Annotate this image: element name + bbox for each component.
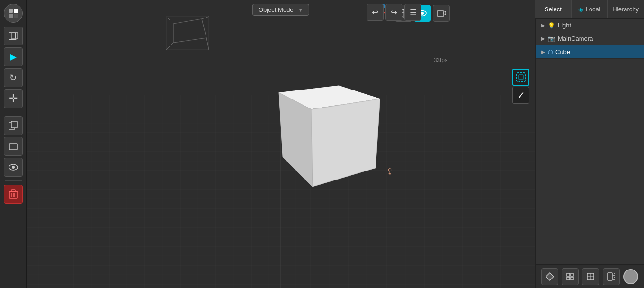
- box-button[interactable]: [4, 27, 23, 45]
- svg-line-76: [206, 38, 209, 50]
- bottom-icon-5[interactable]: [623, 269, 638, 284]
- fps-counter: 33fps: [434, 57, 447, 63]
- camera-arrow: ▶: [541, 36, 545, 41]
- camera-wireframe: [164, 14, 221, 57]
- main-viewport[interactable]: Object Mode ▼: [27, 0, 535, 288]
- svg-line-8: [16, 39, 18, 39]
- svg-rect-2: [9, 14, 13, 18]
- hierarchy-item-camera[interactable]: ▶ 📷 MainCamera: [536, 32, 644, 45]
- move-button[interactable]: ✛: [4, 89, 23, 108]
- light-arrow: ▶: [541, 23, 545, 28]
- svg-rect-10: [11, 121, 17, 128]
- select-bar: Select ◈ Local Hierarchy: [535, 0, 644, 19]
- logo-button[interactable]: [4, 4, 23, 23]
- svg-rect-105: [608, 273, 612, 280]
- svg-rect-101: [571, 277, 573, 280]
- svg-rect-11: [9, 144, 17, 150]
- grid: [27, 0, 535, 288]
- light-label: Light: [558, 22, 571, 29]
- light-icon: 💡: [548, 22, 555, 29]
- local-label: Local: [585, 6, 600, 13]
- right-panel: Select ◈ Local Hierarchy ▶ 💡 Light ▶ 📷 M…: [535, 0, 644, 288]
- hierarchy-item-light[interactable]: ▶ 💡 Light: [536, 19, 644, 32]
- svg-rect-100: [567, 277, 570, 280]
- svg-rect-99: [571, 273, 573, 276]
- svg-point-77: [388, 169, 391, 171]
- rect-button[interactable]: [4, 137, 23, 156]
- svg-marker-67: [173, 19, 206, 43]
- copy-button[interactable]: [4, 116, 23, 135]
- bottom-icon-1[interactable]: [541, 268, 558, 285]
- svg-rect-5: [11, 33, 18, 39]
- svg-rect-0: [9, 9, 13, 13]
- selection-box-icon[interactable]: [512, 69, 529, 86]
- refresh-button[interactable]: ↻: [4, 68, 23, 87]
- cube-arrow: ▶: [541, 49, 545, 54]
- right-bottom-toolbar: [536, 264, 644, 288]
- camera-icon: 📷: [548, 36, 555, 42]
- svg-rect-95: [517, 73, 525, 81]
- svg-line-74: [202, 17, 209, 19]
- play-button[interactable]: ▶: [4, 47, 23, 66]
- checkmark-icon[interactable]: ✓: [512, 87, 529, 104]
- menu-button[interactable]: ☰: [404, 4, 421, 21]
- svg-rect-1: [14, 9, 18, 13]
- eye-button[interactable]: [4, 158, 23, 177]
- cube-label: Cube: [555, 48, 570, 55]
- svg-rect-96: [519, 75, 523, 80]
- undo-button[interactable]: ↩: [367, 4, 384, 21]
- svg-marker-94: [444, 11, 446, 15]
- mode-selector[interactable]: Object Mode ▼: [252, 4, 309, 16]
- hierarchy-label: Hierarchy: [612, 6, 639, 13]
- svg-rect-98: [567, 273, 570, 276]
- camera-view-button[interactable]: [433, 5, 450, 22]
- origin-marker: [386, 168, 393, 175]
- redo-button[interactable]: ↪: [385, 4, 402, 21]
- svg-point-13: [12, 166, 15, 169]
- svg-rect-93: [437, 11, 444, 16]
- mode-label: Object Mode: [259, 6, 294, 13]
- viewport-right-tools: ↩ ↪ ☰: [367, 4, 421, 21]
- svg-marker-97: [546, 273, 554, 280]
- svg-rect-19: [11, 190, 15, 191]
- cube-object[interactable]: [292, 95, 363, 166]
- svg-line-73: [166, 17, 173, 24]
- left-toolbar: ▶ ↻ ✛: [0, 0, 27, 288]
- local-icon: ◈: [578, 6, 583, 13]
- camera-label: MainCamera: [558, 35, 593, 42]
- cube-icon: ⬡: [548, 49, 553, 55]
- separator-2: [5, 180, 22, 181]
- fps-value: 33fps: [434, 57, 447, 63]
- hierarchy-list: ▶ 💡 Light ▶ 📷 MainCamera ▶ ⬡ Cube: [536, 19, 644, 59]
- svg-rect-3: [14, 14, 18, 18]
- separator-1: [5, 112, 22, 112]
- local-tab[interactable]: ◈ Local: [572, 0, 608, 18]
- svg-rect-4: [9, 33, 16, 39]
- bottom-icon-3[interactable]: [582, 268, 599, 285]
- svg-line-75: [166, 43, 173, 50]
- select-label: Select: [545, 6, 562, 13]
- hierarchy-tab[interactable]: Hierarchy: [608, 0, 644, 18]
- select-tab[interactable]: Select: [535, 0, 572, 18]
- bottom-icon-4[interactable]: [603, 268, 620, 285]
- hierarchy-item-cube[interactable]: ▶ ⬡ Cube: [536, 45, 644, 59]
- cube-mesh: [293, 91, 358, 171]
- bottom-icon-2[interactable]: [562, 268, 579, 285]
- delete-button[interactable]: [4, 185, 23, 204]
